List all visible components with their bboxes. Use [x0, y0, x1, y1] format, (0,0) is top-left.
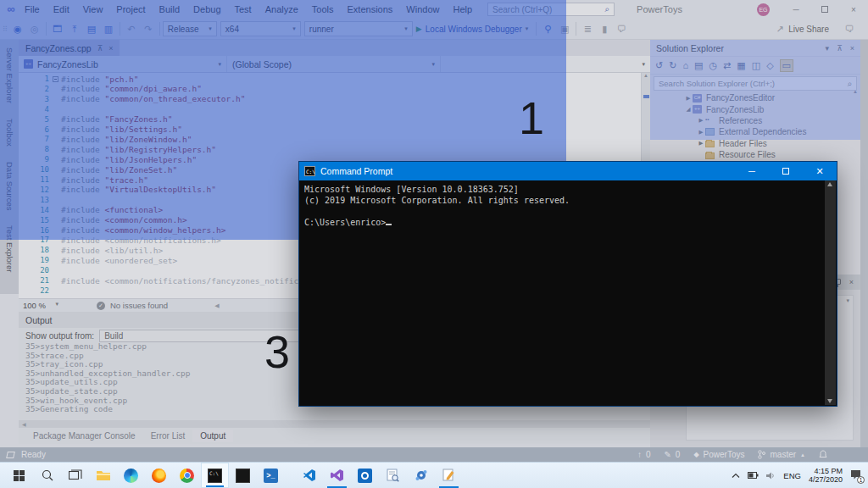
clock[interactable]: 4:15 PM 4/27/2020 — [809, 467, 843, 485]
taskbar-log-viewer-icon[interactable] — [379, 463, 407, 488]
command-prompt-window[interactable]: C:\ Command Prompt ─ ✕ Microsoft Windows… — [298, 161, 837, 407]
cmd-cursor — [386, 224, 392, 225]
volume-icon[interactable] — [766, 472, 776, 480]
screen: ∞ FileEditViewProjectBuildDebugTestAnaly… — [0, 0, 868, 488]
taskbar-chrome-icon[interactable] — [173, 463, 201, 488]
taskbar-terminal-window-icon[interactable] — [229, 463, 257, 488]
taskbar-task-view-icon[interactable] — [61, 463, 89, 488]
taskbar-firefox-icon[interactable] — [145, 463, 173, 488]
cmd-window-title: Command Prompt — [320, 166, 392, 176]
action-center-icon[interactable]: 1 — [850, 469, 861, 481]
zone-3-number: 3 — [264, 329, 290, 374]
cmd-close-button[interactable]: ✕ — [803, 162, 837, 180]
notification-badge: 1 — [857, 476, 865, 484]
cmd-minimize-button[interactable]: ─ — [735, 162, 769, 180]
taskbar-start-icon[interactable] — [5, 463, 33, 488]
taskbar-outlook-icon[interactable] — [351, 463, 379, 488]
cmd-titlebar[interactable]: C:\ Command Prompt ─ ✕ — [299, 162, 837, 180]
taskbar-search-icon[interactable] — [33, 463, 61, 488]
cmd-maximize-button[interactable] — [769, 162, 803, 180]
taskbar-edge-icon[interactable] — [117, 463, 145, 488]
fancyzones-zone-2-highlight — [650, 40, 860, 140]
system-tray: ENG 4:15 PM 4/27/2020 1 — [732, 463, 868, 488]
zone-1-number: 1 — [519, 95, 544, 141]
taskbar-file-explorer-icon[interactable] — [89, 463, 117, 488]
keyboard-language[interactable]: ENG — [783, 471, 801, 480]
tray-expand-chevron-icon[interactable] — [732, 473, 740, 479]
cmd-app-icon: C:\ — [304, 166, 315, 176]
cmd-scrollbar[interactable] — [825, 180, 836, 405]
taskbar-vscode-icon[interactable] — [295, 463, 323, 488]
taskbar-powertoys-icon[interactable] — [407, 463, 435, 488]
cmd-terminal-text[interactable]: Microsoft Windows [Version 10.0.18363.75… — [304, 184, 821, 401]
taskbar-visual-studio-icon[interactable] — [323, 463, 351, 488]
taskbar-powershell-icon[interactable]: >_ — [257, 463, 285, 488]
battery-icon[interactable] — [748, 472, 759, 479]
taskbar-command-prompt-icon[interactable]: C:\ — [201, 463, 229, 488]
taskbar-image-editor-icon[interactable] — [435, 463, 463, 488]
taskbar: C:\>_ ENG 4:15 PM 4/27/2020 1 — [0, 462, 868, 488]
